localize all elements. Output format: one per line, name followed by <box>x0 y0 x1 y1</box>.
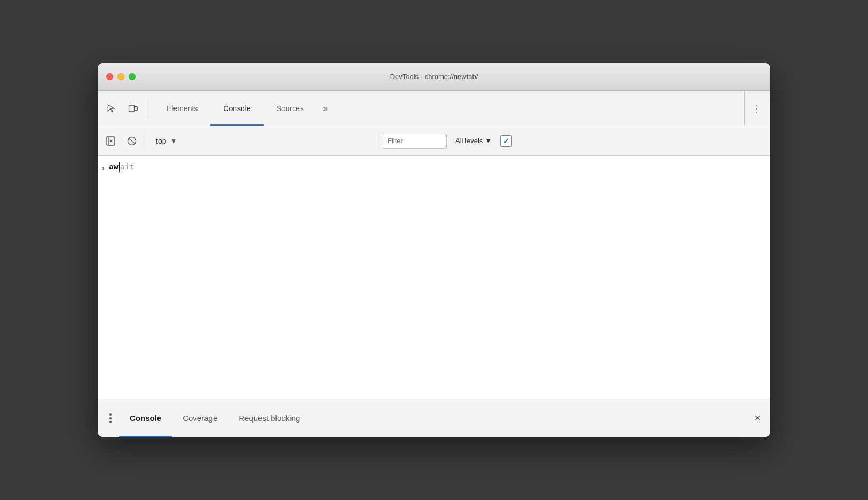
toolbar-separator <box>744 91 745 126</box>
main-toolbar: Elements Console Sources » ⋮ <box>98 91 770 126</box>
menu-dot-3 <box>109 421 112 423</box>
console-input-text[interactable]: await <box>109 162 135 172</box>
console-area[interactable]: › await <box>98 156 770 399</box>
close-button[interactable] <box>106 73 113 80</box>
close-drawer-button[interactable]: × <box>749 410 766 427</box>
tab-elements[interactable]: Elements <box>154 91 210 126</box>
checkmark-icon: ✓ <box>503 137 509 145</box>
more-menu-button[interactable]: ⋮ <box>747 99 766 118</box>
devtools-window: DevTools - chrome://newtab/ <box>98 63 770 437</box>
more-tabs-button[interactable]: » <box>317 91 334 126</box>
devtools-panel: Elements Console Sources » ⋮ <box>98 91 770 437</box>
inspect-icon <box>106 103 117 114</box>
device-icon <box>128 103 138 114</box>
context-selector[interactable]: top ▼ <box>149 132 374 150</box>
svg-rect-0 <box>129 105 135 112</box>
device-toolbar-button[interactable] <box>123 99 143 118</box>
toolbar-separator-1 <box>145 132 145 150</box>
clear-console-button[interactable] <box>123 132 140 150</box>
svg-line-6 <box>129 138 136 144</box>
window-title: DevTools - chrome://newtab/ <box>390 73 478 81</box>
expand-chevron[interactable]: › <box>102 163 105 172</box>
context-label: top <box>156 137 166 145</box>
toolbar-icons <box>102 99 149 118</box>
drawer-tabs: Console Coverage Request blocking <box>119 399 749 437</box>
tab-console[interactable]: Console <box>210 91 263 126</box>
autocomplete-text: ait <box>120 163 135 172</box>
drawer-tab-console[interactable]: Console <box>119 399 172 437</box>
clear-icon <box>127 136 137 146</box>
hide-network-checkbox[interactable]: ✓ <box>500 135 512 147</box>
title-bar: DevTools - chrome://newtab/ <box>98 63 770 91</box>
filter-input[interactable] <box>383 134 447 149</box>
menu-dot-1 <box>109 413 112 416</box>
drawer-tab-coverage[interactable]: Coverage <box>172 399 228 437</box>
menu-dot-2 <box>109 417 112 419</box>
svg-rect-1 <box>135 106 137 110</box>
svg-marker-4 <box>110 140 113 142</box>
toolbar-separator-2 <box>378 132 378 150</box>
log-levels-button[interactable]: All levels ▼ <box>451 135 496 147</box>
tab-sources[interactable]: Sources <box>264 91 317 126</box>
bottom-drawer: Console Coverage Request blocking × <box>98 399 770 437</box>
traffic-lights <box>106 73 136 80</box>
context-dropdown-arrow: ▼ <box>170 137 177 145</box>
console-sidebar-icon <box>106 136 115 146</box>
drawer-tab-request-blocking[interactable]: Request blocking <box>228 399 311 437</box>
typed-text: aw <box>109 163 119 172</box>
maximize-button[interactable] <box>129 73 136 80</box>
drawer-menu-button[interactable] <box>102 410 119 427</box>
main-tabs: Elements Console Sources » <box>154 91 742 126</box>
inspect-element-button[interactable] <box>102 99 121 118</box>
show-console-sidebar-button[interactable] <box>102 132 119 150</box>
console-entry: › await <box>98 160 770 179</box>
console-toolbar: top ▼ All levels ▼ ✓ <box>98 126 770 156</box>
minimize-button[interactable] <box>117 73 124 80</box>
